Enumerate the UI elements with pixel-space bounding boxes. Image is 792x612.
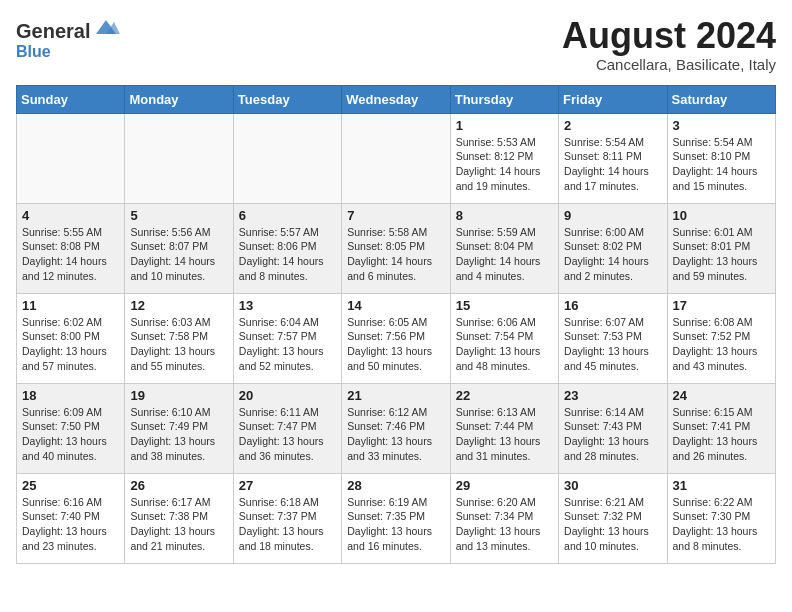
- calendar-week-row: 11Sunrise: 6:02 AM Sunset: 8:00 PM Dayli…: [17, 293, 776, 383]
- day-info: Sunrise: 6:22 AM Sunset: 7:30 PM Dayligh…: [673, 495, 770, 554]
- calendar-cell: 21Sunrise: 6:12 AM Sunset: 7:46 PM Dayli…: [342, 383, 450, 473]
- day-info: Sunrise: 5:56 AM Sunset: 8:07 PM Dayligh…: [130, 225, 227, 284]
- day-number: 14: [347, 298, 444, 313]
- day-info: Sunrise: 6:14 AM Sunset: 7:43 PM Dayligh…: [564, 405, 661, 464]
- weekday-header: Wednesday: [342, 85, 450, 113]
- calendar-cell: 30Sunrise: 6:21 AM Sunset: 7:32 PM Dayli…: [559, 473, 667, 563]
- calendar-cell: 7Sunrise: 5:58 AM Sunset: 8:05 PM Daylig…: [342, 203, 450, 293]
- day-number: 4: [22, 208, 119, 223]
- day-number: 31: [673, 478, 770, 493]
- calendar-table: SundayMondayTuesdayWednesdayThursdayFrid…: [16, 85, 776, 564]
- calendar-cell: 27Sunrise: 6:18 AM Sunset: 7:37 PM Dayli…: [233, 473, 341, 563]
- calendar-cell: 2Sunrise: 5:54 AM Sunset: 8:11 PM Daylig…: [559, 113, 667, 203]
- weekday-header: Friday: [559, 85, 667, 113]
- day-number: 21: [347, 388, 444, 403]
- day-info: Sunrise: 6:13 AM Sunset: 7:44 PM Dayligh…: [456, 405, 553, 464]
- calendar-cell: 13Sunrise: 6:04 AM Sunset: 7:57 PM Dayli…: [233, 293, 341, 383]
- day-number: 11: [22, 298, 119, 313]
- calendar-cell: [125, 113, 233, 203]
- calendar-cell: 16Sunrise: 6:07 AM Sunset: 7:53 PM Dayli…: [559, 293, 667, 383]
- calendar-cell: 11Sunrise: 6:02 AM Sunset: 8:00 PM Dayli…: [17, 293, 125, 383]
- day-number: 5: [130, 208, 227, 223]
- day-number: 24: [673, 388, 770, 403]
- day-info: Sunrise: 6:10 AM Sunset: 7:49 PM Dayligh…: [130, 405, 227, 464]
- day-info: Sunrise: 6:05 AM Sunset: 7:56 PM Dayligh…: [347, 315, 444, 374]
- calendar-cell: 6Sunrise: 5:57 AM Sunset: 8:06 PM Daylig…: [233, 203, 341, 293]
- day-info: Sunrise: 6:08 AM Sunset: 7:52 PM Dayligh…: [673, 315, 770, 374]
- calendar-cell: 10Sunrise: 6:01 AM Sunset: 8:01 PM Dayli…: [667, 203, 775, 293]
- day-info: Sunrise: 5:57 AM Sunset: 8:06 PM Dayligh…: [239, 225, 336, 284]
- day-number: 18: [22, 388, 119, 403]
- day-number: 30: [564, 478, 661, 493]
- weekday-header: Tuesday: [233, 85, 341, 113]
- weekday-header: Saturday: [667, 85, 775, 113]
- day-info: Sunrise: 6:02 AM Sunset: 8:00 PM Dayligh…: [22, 315, 119, 374]
- day-number: 26: [130, 478, 227, 493]
- calendar-cell: 14Sunrise: 6:05 AM Sunset: 7:56 PM Dayli…: [342, 293, 450, 383]
- calendar-week-row: 25Sunrise: 6:16 AM Sunset: 7:40 PM Dayli…: [17, 473, 776, 563]
- day-info: Sunrise: 5:55 AM Sunset: 8:08 PM Dayligh…: [22, 225, 119, 284]
- day-number: 8: [456, 208, 553, 223]
- day-info: Sunrise: 6:19 AM Sunset: 7:35 PM Dayligh…: [347, 495, 444, 554]
- day-number: 6: [239, 208, 336, 223]
- title-block: August 2024 Cancellara, Basilicate, Ital…: [562, 16, 776, 73]
- calendar-cell: 4Sunrise: 5:55 AM Sunset: 8:08 PM Daylig…: [17, 203, 125, 293]
- day-number: 10: [673, 208, 770, 223]
- day-number: 9: [564, 208, 661, 223]
- calendar-cell: 17Sunrise: 6:08 AM Sunset: 7:52 PM Dayli…: [667, 293, 775, 383]
- calendar-cell: 8Sunrise: 5:59 AM Sunset: 8:04 PM Daylig…: [450, 203, 558, 293]
- day-info: Sunrise: 6:17 AM Sunset: 7:38 PM Dayligh…: [130, 495, 227, 554]
- day-number: 13: [239, 298, 336, 313]
- day-info: Sunrise: 6:04 AM Sunset: 7:57 PM Dayligh…: [239, 315, 336, 374]
- logo: General Blue: [16, 16, 120, 61]
- day-info: Sunrise: 5:53 AM Sunset: 8:12 PM Dayligh…: [456, 135, 553, 194]
- day-info: Sunrise: 5:59 AM Sunset: 8:04 PM Dayligh…: [456, 225, 553, 284]
- day-info: Sunrise: 5:58 AM Sunset: 8:05 PM Dayligh…: [347, 225, 444, 284]
- day-number: 22: [456, 388, 553, 403]
- day-info: Sunrise: 6:20 AM Sunset: 7:34 PM Dayligh…: [456, 495, 553, 554]
- calendar-cell: 28Sunrise: 6:19 AM Sunset: 7:35 PM Dayli…: [342, 473, 450, 563]
- calendar-week-row: 1Sunrise: 5:53 AM Sunset: 8:12 PM Daylig…: [17, 113, 776, 203]
- day-info: Sunrise: 6:03 AM Sunset: 7:58 PM Dayligh…: [130, 315, 227, 374]
- weekday-header-row: SundayMondayTuesdayWednesdayThursdayFrid…: [17, 85, 776, 113]
- weekday-header: Thursday: [450, 85, 558, 113]
- calendar-week-row: 18Sunrise: 6:09 AM Sunset: 7:50 PM Dayli…: [17, 383, 776, 473]
- calendar-cell: [342, 113, 450, 203]
- day-info: Sunrise: 6:18 AM Sunset: 7:37 PM Dayligh…: [239, 495, 336, 554]
- calendar-cell: [17, 113, 125, 203]
- day-info: Sunrise: 6:01 AM Sunset: 8:01 PM Dayligh…: [673, 225, 770, 284]
- calendar-cell: 3Sunrise: 5:54 AM Sunset: 8:10 PM Daylig…: [667, 113, 775, 203]
- day-number: 1: [456, 118, 553, 133]
- day-number: 16: [564, 298, 661, 313]
- day-number: 25: [22, 478, 119, 493]
- day-info: Sunrise: 6:09 AM Sunset: 7:50 PM Dayligh…: [22, 405, 119, 464]
- calendar-cell: 31Sunrise: 6:22 AM Sunset: 7:30 PM Dayli…: [667, 473, 775, 563]
- day-number: 29: [456, 478, 553, 493]
- calendar-cell: 20Sunrise: 6:11 AM Sunset: 7:47 PM Dayli…: [233, 383, 341, 473]
- day-info: Sunrise: 6:21 AM Sunset: 7:32 PM Dayligh…: [564, 495, 661, 554]
- logo-blue-text: Blue: [16, 43, 51, 61]
- calendar-cell: 26Sunrise: 6:17 AM Sunset: 7:38 PM Dayli…: [125, 473, 233, 563]
- calendar-cell: 25Sunrise: 6:16 AM Sunset: 7:40 PM Dayli…: [17, 473, 125, 563]
- calendar-cell: 29Sunrise: 6:20 AM Sunset: 7:34 PM Dayli…: [450, 473, 558, 563]
- calendar-cell: 9Sunrise: 6:00 AM Sunset: 8:02 PM Daylig…: [559, 203, 667, 293]
- logo-icon: [92, 16, 120, 38]
- calendar-cell: 15Sunrise: 6:06 AM Sunset: 7:54 PM Dayli…: [450, 293, 558, 383]
- calendar-cell: 24Sunrise: 6:15 AM Sunset: 7:41 PM Dayli…: [667, 383, 775, 473]
- page-header: General Blue August 2024 Cancellara, Bas…: [16, 16, 776, 73]
- day-info: Sunrise: 6:16 AM Sunset: 7:40 PM Dayligh…: [22, 495, 119, 554]
- day-number: 3: [673, 118, 770, 133]
- day-number: 12: [130, 298, 227, 313]
- month-title: August 2024: [562, 16, 776, 56]
- day-number: 17: [673, 298, 770, 313]
- day-number: 7: [347, 208, 444, 223]
- calendar-cell: [233, 113, 341, 203]
- weekday-header: Sunday: [17, 85, 125, 113]
- calendar-cell: 22Sunrise: 6:13 AM Sunset: 7:44 PM Dayli…: [450, 383, 558, 473]
- day-number: 2: [564, 118, 661, 133]
- day-info: Sunrise: 5:54 AM Sunset: 8:10 PM Dayligh…: [673, 135, 770, 194]
- calendar-cell: 12Sunrise: 6:03 AM Sunset: 7:58 PM Dayli…: [125, 293, 233, 383]
- day-info: Sunrise: 6:11 AM Sunset: 7:47 PM Dayligh…: [239, 405, 336, 464]
- day-number: 20: [239, 388, 336, 403]
- day-number: 15: [456, 298, 553, 313]
